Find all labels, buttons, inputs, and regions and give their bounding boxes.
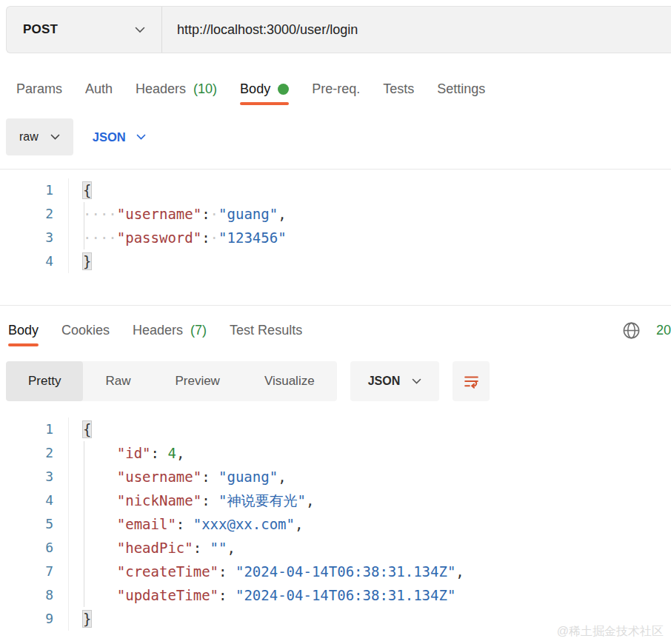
body-content-dot: [278, 84, 289, 95]
indent-guide: [84, 441, 84, 607]
divider: [0, 305, 671, 306]
line-number: 2: [0, 202, 69, 226]
tab-settings[interactable]: Settings: [437, 73, 485, 105]
code-line: 3 "username": "guang",: [0, 465, 671, 489]
code-line: 4 "nickName": "神说要有光",: [0, 489, 671, 512]
line-number: 4: [0, 249, 69, 273]
body-type-dropdown[interactable]: raw: [6, 118, 73, 155]
tab-tests[interactable]: Tests: [383, 73, 414, 105]
code-text: }: [69, 607, 91, 631]
code-text: "updateTime": "2024-04-14T06:38:31.134Z": [69, 583, 455, 607]
indent-guide: [84, 202, 84, 249]
code-text: "id": 4,: [69, 441, 184, 465]
code-text: "username": "guang",: [69, 465, 287, 489]
chevron-down-icon: [412, 378, 421, 384]
status-code: 20: [656, 323, 671, 338]
response-status-area: 20: [621, 314, 671, 346]
code-text[interactable]: ····"username":·"guang",: [69, 202, 287, 226]
view-raw-button[interactable]: Raw: [83, 361, 153, 401]
tab-test-results[interactable]: Test Results: [230, 314, 302, 346]
code-line: 6 "headPic": "",: [0, 536, 671, 560]
tab-params[interactable]: Params: [16, 73, 62, 105]
chevron-down-icon: [136, 134, 146, 140]
headers-count-badge: (10): [193, 81, 217, 97]
response-toolbar: Pretty Raw Preview Visualize JSON: [6, 361, 490, 401]
chevron-down-icon: [50, 134, 60, 140]
wrap-lines-icon: [462, 372, 481, 391]
url-text: http://localhost:3000/user/login: [177, 22, 358, 38]
method-label: POST: [23, 22, 58, 37]
line-number: 7: [0, 560, 69, 583]
request-tabs: Params Auth Headers (10) Body Pre-req. T…: [16, 73, 485, 105]
body-format-dropdown[interactable]: JSON: [93, 130, 146, 144]
active-tab-indicator: [240, 102, 289, 105]
response-format-dropdown[interactable]: JSON: [350, 361, 440, 401]
code-line: 2 "id": 4,: [0, 441, 671, 465]
view-visualize-button[interactable]: Visualize: [242, 361, 337, 401]
line-number: 3: [0, 226, 69, 249]
code-line: 5 "email": "xxx@xx.com",: [0, 512, 671, 536]
watermark: @稀土掘金技术社区: [557, 624, 664, 640]
tab-headers[interactable]: Headers (10): [136, 73, 217, 105]
view-pretty-button[interactable]: Pretty: [6, 361, 83, 401]
wrap-lines-button[interactable]: [453, 361, 490, 401]
active-tab-indicator: [8, 343, 39, 346]
code-text: {: [69, 417, 91, 441]
request-body-editor[interactable]: 1{2····"username":·"guang",3····"passwor…: [0, 170, 671, 305]
code-line: 8 "updateTime": "2024-04-14T06:38:31.134…: [0, 583, 671, 607]
line-number: 5: [0, 512, 69, 536]
view-preview-button[interactable]: Preview: [153, 361, 241, 401]
tab-pre-request[interactable]: Pre-req.: [312, 73, 360, 105]
globe-icon[interactable]: [621, 321, 641, 341]
tab-response-body[interactable]: Body: [8, 314, 39, 346]
body-type-row: raw JSON: [6, 118, 146, 155]
code-text: "email": "xxx@xx.com",: [69, 512, 303, 536]
code-line[interactable]: 4}: [0, 249, 671, 273]
tab-auth[interactable]: Auth: [85, 73, 113, 105]
tab-cookies[interactable]: Cookies: [61, 314, 110, 346]
response-body-viewer: 1{2 "id": 4,3 "username": "guang",4 "nic…: [0, 412, 671, 634]
line-number: 1: [0, 417, 69, 441]
line-number: 8: [0, 583, 69, 607]
line-number: 1: [0, 178, 69, 202]
headers-count-badge: (7): [190, 323, 207, 338]
code-text: "headPic": "",: [69, 536, 236, 560]
code-text[interactable]: {: [69, 178, 91, 202]
line-number: 3: [0, 465, 69, 489]
tab-body[interactable]: Body: [240, 73, 289, 105]
request-url-bar: POST http://localhost:3000/user/login: [6, 6, 671, 53]
view-segmented-control: Pretty Raw Preview Visualize: [6, 361, 337, 401]
code-line: 1{: [0, 417, 671, 441]
code-line[interactable]: 1{: [0, 178, 671, 202]
line-number: 9: [0, 607, 69, 631]
tab-response-headers[interactable]: Headers (7): [133, 314, 207, 346]
line-number: 2: [0, 441, 69, 465]
line-number: 6: [0, 536, 69, 560]
response-tabs: Body Cookies Headers (7) Test Results: [8, 314, 302, 346]
code-text: "nickName": "神说要有光",: [69, 489, 314, 512]
method-selector[interactable]: POST: [7, 7, 162, 53]
code-line[interactable]: 2····"username":·"guang",: [0, 202, 671, 226]
chevron-down-icon: [135, 27, 145, 33]
code-text[interactable]: }: [69, 249, 91, 273]
code-text[interactable]: ····"password":·"123456": [69, 226, 287, 249]
code-line: 7 "createTime": "2024-04-14T06:38:31.134…: [0, 560, 671, 583]
url-input[interactable]: http://localhost:3000/user/login: [162, 7, 671, 53]
code-line[interactable]: 3····"password":·"123456": [0, 226, 671, 249]
line-number: 4: [0, 489, 69, 512]
code-text: "createTime": "2024-04-14T06:38:31.134Z"…: [69, 560, 464, 583]
